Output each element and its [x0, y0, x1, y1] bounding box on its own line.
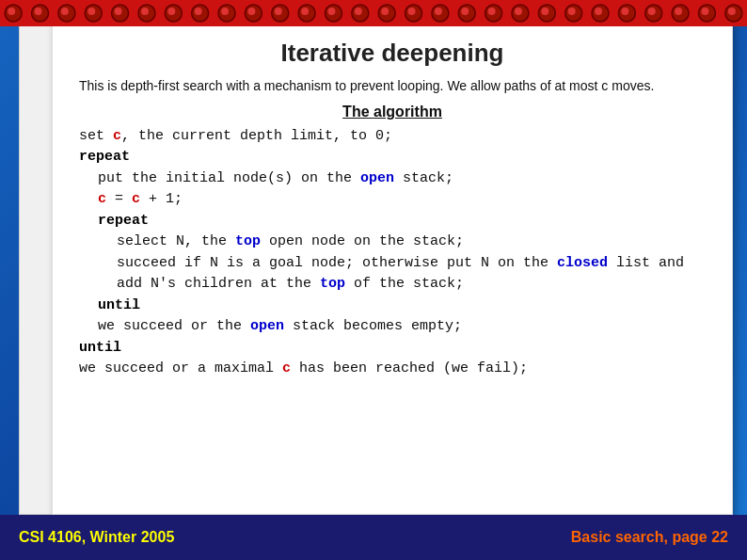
algorithm-heading: The algorithm: [79, 104, 706, 120]
slide-title: Iterative deepening: [79, 39, 706, 68]
var-closed-1: closed: [557, 255, 608, 271]
code-line-5: repeat: [98, 211, 706, 232]
code-line-8: add N's children at the top of the stack…: [117, 274, 706, 296]
var-c-3: c: [132, 191, 140, 207]
code-line-1: set c, the current depth limit, to 0;: [79, 126, 706, 148]
code-line-6: select N, the top open node on the stack…: [117, 232, 706, 253]
keyword-until-1: until: [98, 297, 140, 313]
code-line-11: until: [79, 338, 706, 360]
footer: CSI 4106, Winter 2005 Basic search, page…: [0, 515, 747, 560]
code-line-2: repeat: [79, 147, 706, 168]
code-line-9: until: [98, 296, 706, 317]
var-open-2: open: [250, 318, 284, 334]
code-line-7: succeed if N is a goal node; otherwise p…: [117, 253, 706, 275]
keyword-repeat-1: repeat: [79, 149, 130, 165]
code-line-3: put the initial node(s) on the open stac…: [98, 168, 706, 190]
var-c-4: c: [282, 360, 291, 376]
code-line-10: we succeed or the open stack becomes emp…: [98, 316, 706, 338]
spiral-binding: // This won't execute in SVG context, ha…: [0, 0, 747, 26]
var-top-1: top: [235, 233, 261, 249]
paper: Iterative deepening This is depth-first …: [52, 21, 733, 515]
footer-right-text: Basic search, page 22: [571, 529, 728, 546]
svg-rect-0: [0, 0, 747, 26]
footer-left-text: CSI 4106, Winter 2005: [19, 529, 174, 546]
keyword-until-2: until: [79, 340, 121, 356]
paper-left-edge: [19, 21, 55, 515]
intro-text: This is depth-first search with a mechan…: [79, 77, 706, 96]
var-top-2: top: [320, 276, 345, 292]
code-line-12: we succeed or a maximal c has been reach…: [79, 359, 706, 380]
var-open-1: open: [360, 170, 394, 186]
code-line-4: c = c + 1;: [98, 189, 706, 211]
algorithm-code: set c, the current depth limit, to 0; re…: [79, 126, 706, 380]
keyword-repeat-2: repeat: [98, 213, 149, 229]
var-c-2: c: [98, 191, 106, 207]
var-c-1: c: [113, 128, 121, 144]
